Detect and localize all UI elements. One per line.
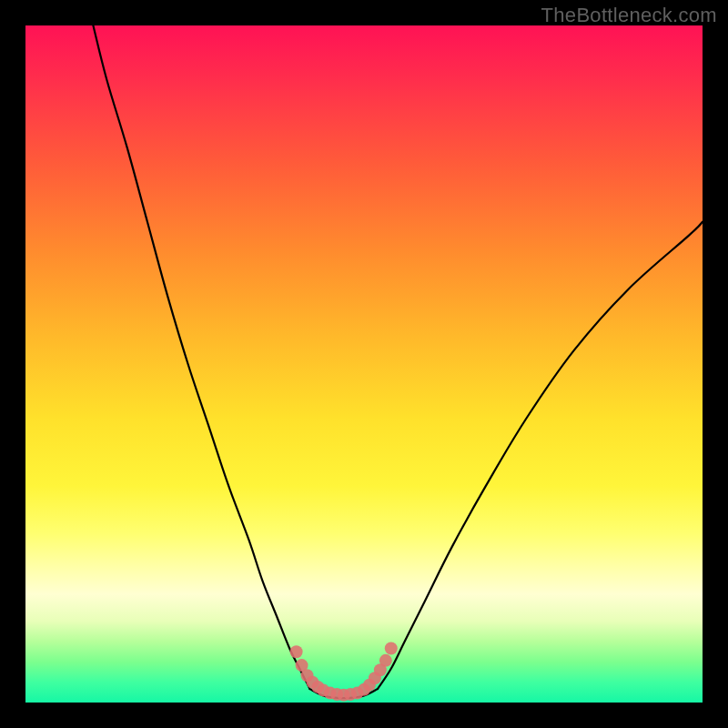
curve-svg bbox=[25, 25, 703, 703]
svg-point-16 bbox=[385, 642, 398, 654]
svg-point-15 bbox=[379, 654, 392, 667]
highlight-dots bbox=[290, 642, 398, 701]
plot-area bbox=[25, 25, 703, 703]
svg-point-0 bbox=[290, 645, 303, 658]
chart-frame: TheBottleneck.com bbox=[0, 0, 728, 728]
curve-lines bbox=[93, 25, 703, 698]
watermark-text: TheBottleneck.com bbox=[541, 4, 717, 27]
